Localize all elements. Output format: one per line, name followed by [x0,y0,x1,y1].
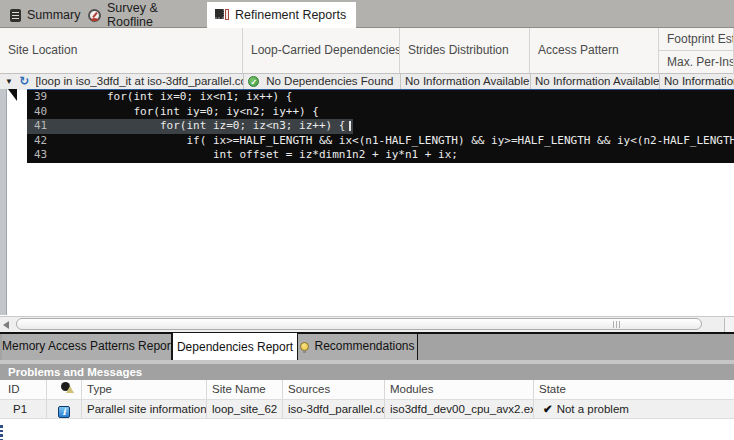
tab-dependencies-report[interactable]: Dependencies Report [172,332,298,360]
tab-recommendations-label: Recommendations [314,339,414,353]
horizontal-scrollbar[interactable] [0,316,734,332]
tab-memory-access-patterns[interactable]: Memory Access Patterns Report [2,334,172,360]
problems-table-header: ID Type Site Name Sources Modules State [0,380,734,400]
refinement-grid-row[interactable]: ▼ ↻ [loop in iso_3dfd_it at iso-3dfd_par… [0,74,734,90]
severity-icon [61,382,73,393]
problem-sources: iso-3dfd_parallel.cc [283,400,385,418]
no-dependencies-icon: ✓ [248,76,259,87]
tab-survey-roofline[interactable]: Survey & Roofline [80,2,200,28]
code-line: 43 int offset = iz*dimn1n2 + iy*n1 + ix; [27,148,734,163]
problem-state-label: Not a problem [557,403,629,415]
problem-state: ✔Not a problem [534,400,734,418]
dependencies-value: No Dependencies Found [266,75,393,87]
row-expander-icon[interactable]: ▼ [5,74,13,89]
column-type[interactable]: Type [82,380,207,399]
tab-refinement-label: Refinement Reports [235,8,346,22]
tab-survey-label: Survey & Roofline [107,1,200,29]
horizontal-scrollbar-thumb[interactable] [16,318,702,330]
access-pattern-value: No Information Available [530,74,659,90]
column-footprint-estimate[interactable]: Footprint Estim [659,28,734,51]
text-caret [349,121,351,131]
tab-refinement-reports[interactable]: Refinement Reports [207,2,356,28]
problem-row[interactable]: P1 i Parallel site information loop_site… [0,400,734,419]
splitter-grip-icon[interactable] [0,430,3,433]
column-site-location[interactable]: Site Location [0,28,243,73]
problems-and-messages-title: Problems and Messages [0,364,734,380]
column-severity[interactable] [47,380,82,399]
splitter-grip-icon[interactable] [0,434,3,437]
problem-site-name: loop_site_62 [207,400,283,418]
site-location-value: [loop in iso_3dfd_it at iso-3dfd_paralle… [35,75,243,87]
tab-recommendations[interactable]: Recommendations [298,334,418,360]
code-snippet-panel[interactable]: 39 for(int ix=0; ix<n1; ix++) { 40 for(i… [27,89,734,163]
column-site-name[interactable]: Site Name [207,380,283,399]
problem-severity-cell: i [47,400,82,418]
strides-value: No Information Available [400,74,530,90]
refinement-grid-header: Site Location Loop-Carried Dependencies … [0,28,734,74]
scrollbar-grip-icon [613,321,622,328]
column-state[interactable]: State [534,380,734,399]
column-access-pattern[interactable]: Access Pattern [530,28,659,73]
code-line: 39 for(int ix=0; ix<n1; ix++) { [27,90,734,105]
problem-modules: iso3dfd_dev00_cpu_avx2.exe [385,400,534,418]
tab-summary[interactable]: Summary [2,2,79,28]
splitter-grip-icon[interactable] [0,425,3,428]
report-tab-bar: Memory Access Patterns Report Dependenci… [0,334,734,360]
problem-id: P1 [0,400,47,418]
problem-type: Parallel site information [82,400,207,418]
footprint-value: No Information A [659,74,734,90]
code-line: 42 if( ix>=HALF_LENGTH && ix<(n1-HALF_LE… [27,134,734,149]
gauge-icon [88,9,101,22]
refinement-report-icon [215,9,229,21]
column-max-per-instruction[interactable]: Max. Per-Instru [659,51,734,74]
summary-icon [10,9,21,22]
vertical-scrollbar[interactable] [0,89,7,315]
code-line: 40 for(int iy=0; iy<n2; iy++) { [27,105,734,120]
scroll-left-icon[interactable] [3,321,9,329]
column-modules[interactable]: Modules [385,380,534,399]
check-icon: ✔ [543,403,553,415]
column-strides-distribution[interactable]: Strides Distribution [400,28,530,73]
code-line-highlighted: 41 for(int iz=0; iz<n3; iz++) { [27,119,734,134]
info-icon: i [58,406,70,418]
loop-icon: ↻ [19,74,29,89]
column-loop-carried-dependencies[interactable]: Loop-Carried Dependencies [243,28,400,73]
column-id[interactable]: ID [0,380,47,399]
lightbulb-icon [300,342,309,351]
result-tab-bar: Summary Survey & Roofline Refinement Rep… [0,0,734,28]
column-sources[interactable]: Sources [283,380,385,399]
tab-summary-label: Summary [27,8,80,22]
code-pointer-wedge [8,89,17,101]
scrollbar-end-cap[interactable] [724,318,734,332]
advisor-window: Summary Survey & Roofline Refinement Rep… [0,0,734,440]
